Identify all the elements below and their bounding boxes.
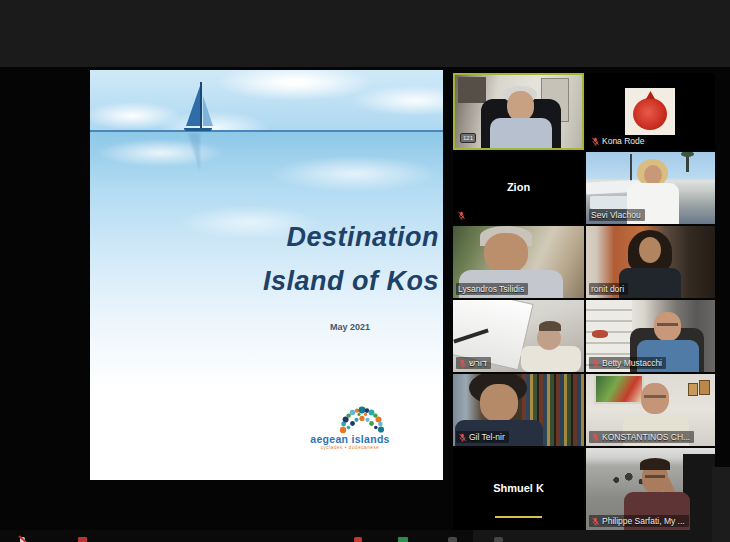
bottom-toolbar-strip-right <box>473 530 730 542</box>
office-shelf <box>458 77 486 103</box>
muted-mic-icon <box>591 359 600 368</box>
security-button-icon[interactable] <box>354 537 362 542</box>
mute-button-icon[interactable] <box>20 537 25 542</box>
shared-slide: Destination Island of Kos May 2021 <box>90 70 443 480</box>
person-face <box>507 91 534 121</box>
participant-name: Lysandros Tsilidis <box>458 284 524 294</box>
participant-nameplate: Gil Tel-nir <box>456 431 509 443</box>
logo-wordmark: aegean islands <box>308 434 392 445</box>
muted-mic-icon <box>591 517 600 526</box>
sailboat-main-sail <box>186 86 200 126</box>
religious-icon <box>688 383 698 396</box>
person-torso <box>490 118 552 150</box>
person-face <box>480 384 518 422</box>
participant-nameplate: דורש <box>456 357 491 369</box>
pillow-shape <box>521 346 581 372</box>
slide-title: Destination Island of Kos <box>263 215 439 303</box>
participant-nameplate: Kona Rode <box>589 135 649 147</box>
person-hair <box>539 321 561 331</box>
video-tile-sevi-vlachou[interactable]: Sevi Vlachou <box>586 152 715 224</box>
participant-name: Betty Mustacchi <box>602 358 662 368</box>
person-face <box>484 233 528 273</box>
person-face <box>639 237 661 263</box>
person-torso <box>619 268 681 298</box>
participant-name: ronit dori <box>591 284 624 294</box>
slide-sky-clouds <box>90 70 443 131</box>
muted-mic-icon <box>457 211 466 220</box>
video-tile-betty-mustacchi[interactable]: Betty Mustacchi <box>586 300 715 372</box>
video-button-icon[interactable] <box>78 537 87 542</box>
participant-name: Shmuel K <box>453 482 584 494</box>
participant-nameplate: Sevi Vlachou <box>589 209 645 221</box>
sailboat-mast <box>200 82 202 129</box>
pomegranate-artwork <box>633 98 667 130</box>
participant-nameplate: ronit dori <box>589 283 628 295</box>
participants-button-icon[interactable] <box>448 537 457 542</box>
person-glasses <box>644 395 666 398</box>
participant-nameplate: Philippe Sarfati, My ... <box>589 515 689 527</box>
zoom-meeting-window: Destination Island of Kos May 2021 <box>0 0 730 542</box>
muted-mic-icon <box>591 137 600 146</box>
video-tile-gil-tel-nir[interactable]: Gil Tel-nir <box>453 374 584 446</box>
participant-name: Philippe Sarfati, My ... <box>602 516 685 526</box>
slide-title-line2: Island of Kos <box>263 259 439 303</box>
palm-tree <box>686 155 689 172</box>
sailboat-reflection <box>188 133 200 171</box>
video-tile-philippe-sarfati[interactable]: Philippe Sarfati, My ... <box>586 448 715 530</box>
share-screen-button-icon[interactable] <box>398 537 408 542</box>
participant-nameplate: Lysandros Tsilidis <box>456 283 528 295</box>
window-top-bar <box>0 0 730 67</box>
aegean-logo-arch-icon <box>336 390 388 434</box>
muted-mic-icon <box>458 433 467 442</box>
participant-name: Kona Rode <box>602 136 645 146</box>
slide-title-line1: Destination <box>263 215 439 259</box>
video-tile-zion[interactable]: Zion <box>453 152 584 224</box>
person-face <box>644 165 662 185</box>
sailboat-jib-sail <box>203 96 213 126</box>
video-tile-active-speaker[interactable]: 121 <box>453 73 584 150</box>
video-tile-hebrew-name[interactable]: דורש <box>453 300 584 372</box>
camera-osd-badge: 121 <box>460 133 476 143</box>
bottom-right-panel-edge <box>712 467 730 542</box>
person-face <box>654 312 681 341</box>
person-glasses <box>657 323 678 326</box>
sailboat-hull <box>184 128 212 131</box>
audio-indicator-line <box>495 516 542 518</box>
person-glasses <box>645 475 665 478</box>
video-tile-ronit-dori[interactable]: ronit dori <box>586 226 715 298</box>
slide-date: May 2021 <box>330 322 370 332</box>
person-face <box>641 383 669 414</box>
video-tile-kona-rode[interactable]: Kona Rode <box>586 73 715 150</box>
logo-subtext: cyclades • dodecanese <box>308 445 392 451</box>
participant-name: Gil Tel-nir <box>469 432 505 442</box>
video-tile-konstantinos[interactable]: KONSTANTINOS CH... <box>586 374 715 446</box>
person-hair <box>640 458 670 470</box>
muted-mic-icon <box>458 359 467 368</box>
participant-nameplate: Betty Mustacchi <box>589 357 666 369</box>
video-tile-lysandros-tsilidis[interactable]: Lysandros Tsilidis <box>453 226 584 298</box>
participant-nameplate: KONSTANTINOS CH... <box>589 431 694 443</box>
video-tile-shmuel-k[interactable]: Shmuel K <box>453 448 584 530</box>
participant-name: Zion <box>453 181 584 193</box>
wall-painting <box>594 374 644 404</box>
shelf-item <box>592 330 608 338</box>
aegean-islands-logo: aegean islands cyclades • dodecanese <box>308 390 392 451</box>
religious-icon <box>699 380 710 395</box>
chat-button-icon[interactable] <box>494 537 503 542</box>
participant-name: Sevi Vlachou <box>591 210 641 220</box>
muted-mic-icon <box>591 433 600 442</box>
participant-name: דורש <box>469 358 487 368</box>
participant-name: KONSTANTINOS CH... <box>602 432 690 442</box>
